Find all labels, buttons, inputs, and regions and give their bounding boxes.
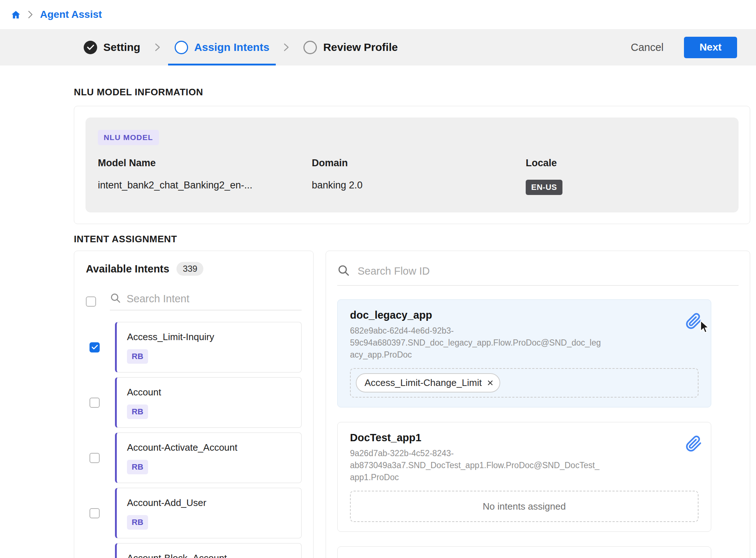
field-value-model-name: intent_bank2_chat_Banking2_en-... xyxy=(98,180,312,191)
intent-checkbox[interactable] xyxy=(89,342,100,352)
intent-checkbox[interactable] xyxy=(89,398,100,408)
intent-name: Access_Limit-Inquiry xyxy=(127,331,291,343)
intent-list: Access_Limit-Inquiry RB Account RB xyxy=(86,322,302,558)
nlu-field-model-name: Model Name intent_bank2_chat_Banking2_en… xyxy=(98,158,312,195)
stepper-actions: Cancel Next xyxy=(631,37,737,58)
main-content: NLU MODEL INFORMATION NLU MODEL Model Na… xyxy=(74,65,750,558)
intent-dropzone[interactable]: No intents assigned xyxy=(350,491,699,522)
paperclip-icon[interactable] xyxy=(685,313,702,331)
flow-title: DocTest_app1 xyxy=(350,432,699,444)
intent-name: Account-Block_Account xyxy=(127,553,291,558)
nlu-model-panel: NLU MODEL Model Name intent_bank2_chat_B… xyxy=(85,117,739,212)
checkbox-check-icon xyxy=(92,345,98,350)
breadcrumb: Agent Assist xyxy=(0,0,756,29)
nlu-model-badge: NLU MODEL xyxy=(98,130,159,145)
next-button[interactable]: Next xyxy=(684,37,737,58)
flow-search-input[interactable] xyxy=(358,265,739,277)
locale-badge: EN-US xyxy=(526,180,562,195)
intent-card[interactable]: Account RB xyxy=(115,377,302,428)
intent-row: Access_Limit-Inquiry RB xyxy=(86,322,302,372)
no-intents-text: No intents assigned xyxy=(483,501,566,512)
chip-remove-icon[interactable] xyxy=(487,379,494,386)
intent-card[interactable]: Account-Block_Account RB xyxy=(115,543,302,558)
flow-card: DocTest_app1 9a26d7ab-322b-4c52-8243-ab8… xyxy=(337,422,711,532)
nlu-model-section: NLU MODEL INFORMATION NLU MODEL Model Na… xyxy=(74,87,750,224)
intent-card[interactable]: Account-Activate_Account RB xyxy=(115,433,302,483)
flow-title: doc_legacy_app xyxy=(350,309,699,321)
intent-card[interactable]: Access_Limit-Inquiry RB xyxy=(115,322,302,372)
flow-id: 682e9abc-62d4-4e6d-92b3-59c94a680397.SND… xyxy=(350,325,601,361)
step-check-icon xyxy=(84,41,97,54)
wizard-stepper: Setting Assign Intents Review Profile Ca… xyxy=(0,29,756,65)
intent-checkbox[interactable] xyxy=(89,508,100,518)
intent-row: Account RB xyxy=(86,377,302,428)
intent-tag-badge: RB xyxy=(127,404,148,419)
intent-row: Account-Activate_Account RB xyxy=(86,433,302,483)
intent-name: Account-Activate_Account xyxy=(127,442,291,453)
intent-tag-badge: RB xyxy=(127,349,148,364)
flow-card-partial xyxy=(337,546,711,558)
step-label: Review Profile xyxy=(323,41,398,53)
nlu-field-domain: Domain banking 2.0 xyxy=(312,158,526,195)
cancel-button[interactable]: Cancel xyxy=(631,41,664,53)
intent-row: Account-Block_Account RB xyxy=(86,543,302,558)
field-label-domain: Domain xyxy=(312,158,526,169)
search-icon xyxy=(110,292,121,305)
field-value-domain: banking 2.0 xyxy=(312,180,526,191)
flow-id: 9a26d7ab-322b-4c52-8243-ab873049a3a7.SND… xyxy=(350,447,601,483)
intent-search-input[interactable] xyxy=(127,293,302,305)
intent-card[interactable]: Account-Add_User RB xyxy=(115,488,302,538)
intent-checkbox[interactable] xyxy=(89,453,100,463)
available-intents-title: Available Intents xyxy=(86,263,169,275)
step-label: Setting xyxy=(103,41,140,53)
search-icon xyxy=(337,264,350,278)
intent-name: Account xyxy=(127,387,291,398)
step-setting[interactable]: Setting xyxy=(77,29,147,65)
intent-assignment-section: INTENT ASSIGNMENT Available Intents 339 xyxy=(74,234,750,558)
paperclip-icon[interactable] xyxy=(685,435,702,453)
steps: Setting Assign Intents Review Profile xyxy=(77,29,404,65)
step-review-profile[interactable]: Review Profile xyxy=(297,29,404,65)
intent-name: Account-Add_User xyxy=(127,497,291,509)
flow-card: doc_legacy_app 682e9abc-62d4-4e6d-92b3-5… xyxy=(337,299,711,407)
home-icon[interactable] xyxy=(11,10,21,20)
intent-count-badge: 339 xyxy=(176,262,203,276)
intent-tag-badge: RB xyxy=(127,515,148,530)
step-circle xyxy=(303,41,317,54)
field-label-locale: Locale xyxy=(526,158,726,169)
field-value-locale: EN-US xyxy=(526,180,726,195)
flow-search-box xyxy=(337,264,739,286)
flow-card-list: doc_legacy_app 682e9abc-62d4-4e6d-92b3-5… xyxy=(337,299,711,558)
intent-tag-badge: RB xyxy=(127,460,148,474)
step-assign-intents[interactable]: Assign Intents xyxy=(168,29,276,65)
available-intents-panel: Available Intents 339 xyxy=(74,251,314,558)
nlu-model-card: NLU MODEL Model Name intent_bank2_chat_B… xyxy=(74,106,750,224)
field-label-model-name: Model Name xyxy=(98,158,312,169)
chip-label: Access_Limit-Change_Limit xyxy=(365,377,482,388)
intent-dropzone[interactable]: Access_Limit-Change_Limit xyxy=(350,368,699,398)
step-chevron-icon xyxy=(155,43,160,52)
breadcrumb-item-agent-assist[interactable]: Agent Assist xyxy=(40,9,102,20)
nlu-fields: Model Name intent_bank2_chat_Banking2_en… xyxy=(98,158,726,195)
nlu-section-heading: NLU MODEL INFORMATION xyxy=(74,87,750,98)
step-circle xyxy=(175,41,188,54)
breadcrumb-chevron-icon xyxy=(28,11,33,19)
intent-search-box xyxy=(110,292,302,310)
nlu-field-locale: Locale EN-US xyxy=(526,158,726,195)
available-intents-header: Available Intents 339 xyxy=(86,262,302,276)
flow-assignment-panel: doc_legacy_app 682e9abc-62d4-4e6d-92b3-5… xyxy=(326,251,750,558)
intent-section-heading: INTENT ASSIGNMENT xyxy=(74,234,750,245)
step-label: Assign Intents xyxy=(194,41,270,53)
intent-row: Account-Add_User RB xyxy=(86,488,302,538)
step-chevron-icon xyxy=(284,43,289,52)
intent-search-row xyxy=(86,292,302,310)
assigned-intent-chip: Access_Limit-Change_Limit xyxy=(356,373,500,392)
select-all-checkbox[interactable] xyxy=(86,296,96,307)
